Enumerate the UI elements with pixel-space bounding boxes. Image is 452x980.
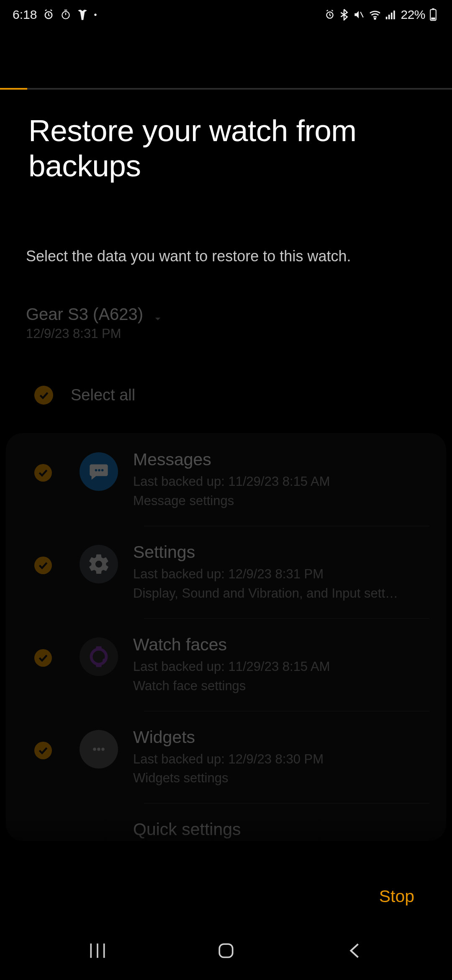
svg-rect-16 — [96, 646, 102, 649]
status-bar: 6:18 • — [0, 0, 452, 29]
bottom-fade — [0, 812, 452, 871]
footer-bar: Stop — [0, 871, 452, 921]
status-left: 6:18 • — [13, 8, 97, 22]
item-detail: Watch face settings — [133, 677, 401, 695]
watchface-icon — [80, 637, 118, 676]
item-title: Watch faces — [133, 635, 429, 655]
item-detail: Message settings — [133, 492, 401, 510]
item-backup-time: Last backed up: 11/29/23 8:15 AM — [133, 473, 401, 490]
svg-point-13 — [98, 469, 100, 472]
item-title: Quick settings — [133, 820, 429, 839]
item-backup-time: Last backed up: 12/9/23 8:30 PM — [133, 750, 401, 768]
list-item-widgets[interactable]: Widgets Last backed up: 12/9/23 8:30 PM … — [6, 711, 446, 803]
item-backup-time: Last backed up: 12/9/23 8:31 PM — [133, 565, 401, 583]
status-time: 6:18 — [13, 8, 37, 22]
item-checkbox[interactable] — [34, 742, 52, 759]
status-right: 22% — [324, 8, 437, 22]
svg-rect-25 — [219, 944, 233, 957]
alarm2-icon — [324, 9, 335, 20]
device-name: Gear S3 (A623) — [26, 305, 143, 324]
signal-icon — [385, 10, 396, 19]
widgets-icon — [80, 730, 118, 769]
svg-point-19 — [93, 748, 96, 750]
select-all-row[interactable]: Select all — [0, 341, 452, 405]
svg-point-18 — [103, 658, 106, 662]
item-backup-time: Last backed up: 11/29/23 8:15 AM — [133, 658, 401, 676]
svg-rect-7 — [391, 13, 393, 19]
select-all-label: Select all — [71, 386, 135, 404]
device-timestamp: 12/9/23 8:31 PM — [26, 326, 143, 341]
stop-button[interactable]: Stop — [379, 887, 414, 906]
bluetooth-icon — [339, 9, 349, 21]
vibrate-mute-icon — [353, 9, 365, 20]
list-item-watchfaces[interactable]: Watch faces Last backed up: 11/29/23 8:1… — [6, 618, 446, 711]
tesla-icon — [77, 8, 88, 21]
item-title: Widgets — [133, 727, 429, 747]
item-title: Messages — [133, 450, 429, 469]
select-all-checkbox[interactable] — [34, 386, 53, 405]
list-item-quicksettings[interactable]: Quick settings — [6, 803, 446, 841]
device-selector[interactable]: Gear S3 (A623) 12/9/23 8:31 PM — [0, 266, 452, 341]
battery-icon — [429, 8, 437, 21]
chevron-down-icon — [152, 312, 164, 327]
dimmed-content: Gear S3 (A623) 12/9/23 8:31 PM Select al… — [0, 266, 452, 841]
svg-rect-10 — [432, 8, 434, 10]
battery-percent: 22% — [401, 8, 425, 22]
svg-point-4 — [375, 18, 376, 19]
svg-rect-8 — [394, 10, 396, 19]
list-item-settings[interactable]: Settings Last backed up: 12/9/23 8:31 PM… — [6, 526, 446, 618]
dot-icon: • — [94, 10, 97, 20]
timer-icon — [60, 9, 71, 20]
wifi-icon — [369, 10, 381, 20]
item-checkbox[interactable] — [34, 557, 52, 574]
nav-recents-button[interactable] — [72, 938, 123, 963]
gear-icon — [80, 545, 118, 583]
item-checkbox[interactable] — [34, 464, 52, 482]
svg-line-3 — [361, 12, 364, 18]
item-detail: Widgets settings — [133, 769, 401, 787]
svg-point-12 — [95, 469, 98, 472]
restore-items-card: Messages Last backed up: 11/29/23 8:15 A… — [6, 433, 446, 841]
setup-progress-track — [0, 88, 452, 90]
android-navbar — [0, 921, 452, 980]
item-checkbox[interactable] — [34, 649, 52, 667]
svg-point-20 — [97, 748, 100, 750]
item-title: Settings — [133, 542, 429, 562]
setup-progress-fill — [0, 88, 27, 90]
alarm-icon — [43, 9, 54, 21]
item-detail: Display, Sound and Vibration, and Input … — [133, 585, 401, 602]
messages-icon — [80, 452, 118, 491]
svg-rect-6 — [388, 15, 390, 19]
nav-back-button[interactable] — [329, 938, 380, 963]
svg-rect-17 — [96, 664, 102, 667]
nav-home-button[interactable] — [201, 938, 251, 963]
svg-rect-5 — [386, 17, 388, 19]
page-title: Restore your watch from backups — [0, 90, 452, 183]
svg-point-14 — [101, 469, 104, 472]
svg-point-15 — [91, 649, 106, 664]
svg-point-21 — [101, 748, 104, 750]
svg-rect-11 — [431, 18, 435, 20]
page-subtitle: Select the data you want to restore to t… — [0, 183, 452, 267]
list-item-messages[interactable]: Messages Last backed up: 11/29/23 8:15 A… — [6, 433, 446, 526]
